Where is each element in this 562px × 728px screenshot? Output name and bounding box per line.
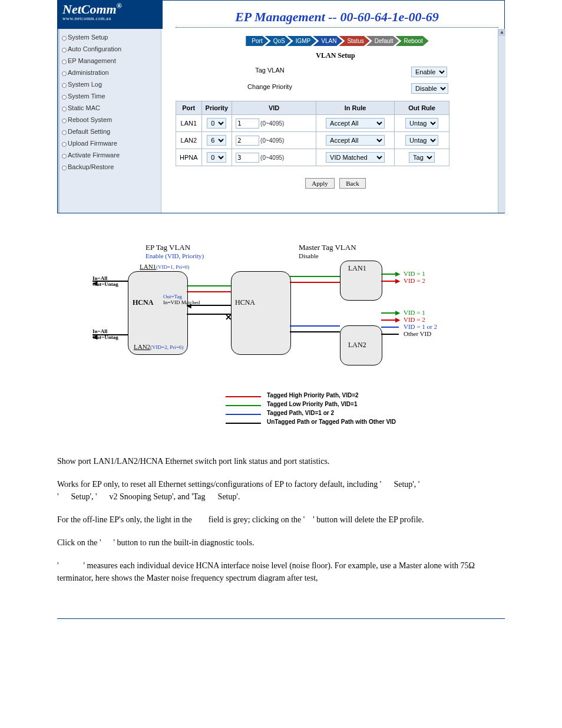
doc-p2: Works for EP only, to reset all Ethernet…	[57, 478, 505, 503]
tab-status[interactable]: Status	[339, 36, 369, 46]
doc-p1: Show port LAN1/LAN2/HCNA Ethernet switch…	[57, 455, 505, 467]
sidebar: System Setup Auto Configuration EP Manag…	[58, 29, 161, 213]
sidebar-item-auto-configuration[interactable]: Auto Configuration	[59, 43, 161, 55]
tab-port[interactable]: Port	[246, 36, 268, 46]
sidebar-item-system-setup[interactable]: System Setup	[59, 31, 161, 43]
brand-name: NetComm	[62, 2, 117, 17]
doc-p5: ' ' measures each individual device HCNA…	[57, 559, 505, 584]
document-body: Show port LAN1/LAN2/HCNA Ethernet switch…	[57, 455, 505, 584]
cell-port: LAN2	[176, 132, 202, 149]
tab-igmp[interactable]: IGMP	[287, 36, 317, 46]
legend-1: Tagged High Priority Path, VID=2	[267, 392, 359, 398]
in-rule-select-hpna[interactable]: VID Matched	[326, 152, 385, 163]
table-row: HPNA 0 (0~4095) VID Matched Tag	[176, 149, 449, 166]
section-title: VLAN Setup	[173, 51, 498, 60]
vid-range: (0~4095)	[260, 120, 284, 127]
tag-vlan-label: Tag VLAN	[211, 67, 329, 74]
ep-lan1-cfg: (VID=1, Pri=0)	[156, 264, 189, 270]
sidebar-item-system-log[interactable]: System Log	[59, 78, 161, 90]
tab-bar: Port QoS IGMP VLAN Status Default Reboot	[173, 36, 498, 46]
change-priority-select[interactable]: Disable	[411, 83, 448, 94]
sidebar-item-administration[interactable]: Administration	[59, 67, 161, 78]
out-rule-select-lan1[interactable]: Untag	[405, 118, 438, 129]
vid-input-lan2[interactable]	[236, 136, 259, 146]
back-button[interactable]: Back	[339, 178, 366, 189]
trademark: ®	[117, 2, 122, 10]
lan2-othervid: Other VID	[404, 330, 431, 337]
tab-default[interactable]: Default	[366, 36, 399, 46]
master-subtitle: Disable	[299, 252, 319, 259]
lan2-vid1or2: VID = 1 or 2	[404, 323, 437, 330]
ep-lan2-label: LAN2	[134, 343, 150, 350]
lan2-vid1: VID = 1	[404, 309, 425, 316]
sidebar-scrollbar[interactable]: ▲	[498, 29, 505, 213]
hcna-out-label: Out=Tag	[163, 294, 182, 299]
vid-input-lan1[interactable]	[236, 118, 259, 129]
doc-p3: For the off-line EP's only, the light in…	[57, 513, 505, 526]
col-out-rule: Out Rule	[395, 101, 449, 115]
sidebar-item-default-setting[interactable]: Default Setting	[59, 126, 161, 137]
sidebar-item-reboot-system[interactable]: Reboot System	[59, 114, 161, 126]
legend-3: Tagged Path, VID=1 or 2	[267, 410, 334, 416]
priority-select-lan1[interactable]: 0	[207, 118, 226, 129]
lan1-vid1: VID = 1	[404, 270, 425, 277]
master-title: Master Tag VLAN	[299, 243, 356, 252]
screenshot-panel: NetComm® www.netcomm.com.au EP Managemen…	[57, 0, 505, 213]
ep-title: EP Tag VLAN	[146, 243, 190, 252]
sidebar-item-backup-restore[interactable]: Backup/Restore	[59, 161, 161, 173]
cell-port: LAN1	[176, 115, 202, 132]
out-rule-select-lan2[interactable]: Untag	[405, 135, 438, 146]
ep-subtitle: Enable (VID, Priority)	[146, 252, 204, 259]
table-row: LAN1 0 (0~4095) Accept All Untag	[176, 115, 449, 132]
scroll-up-icon[interactable]: ▲	[498, 29, 505, 36]
master-hcna-label: HCNA	[235, 298, 255, 307]
tab-vlan[interactable]: VLAN	[313, 36, 342, 46]
lan2-vid2: VID = 2	[404, 316, 425, 323]
tag-vlan-select[interactable]: Enable	[411, 67, 447, 77]
priority-select-hpna[interactable]: 0	[207, 152, 226, 163]
col-priority: Priority	[201, 101, 232, 115]
change-priority-label: Change Priority	[211, 83, 329, 90]
cell-port: HPNA	[176, 149, 202, 166]
sidebar-item-upload-firmware[interactable]: Upload Firmware	[59, 137, 161, 149]
col-port: Port	[176, 101, 202, 115]
ep-hcna-label: HCNA	[131, 298, 154, 307]
brand-url: www.netcomm.com.au	[62, 16, 163, 21]
col-in-rule: In Rule	[316, 101, 395, 115]
sidebar-item-activate-firmware[interactable]: Activate Firmware	[59, 149, 161, 161]
brand-logo: NetComm® www.netcomm.com.au	[58, 1, 163, 29]
priority-select-lan2[interactable]: 6	[207, 135, 226, 146]
sidebar-item-static-mac[interactable]: Static MAC	[59, 102, 161, 114]
legend-4: UnTagged Path or Tagged Path with Other …	[267, 419, 396, 425]
tab-qos[interactable]: QoS	[265, 36, 291, 46]
in-rule-select-lan1[interactable]: Accept All	[326, 118, 385, 129]
col-vid: VID	[232, 101, 316, 115]
master-lan2-label: LAN2	[348, 341, 366, 350]
page-header: EP Management -- 00-60-64-1e-00-69	[176, 9, 498, 28]
sidebar-item-ep-management[interactable]: EP Management	[59, 55, 161, 67]
sidebar-item-system-time[interactable]: System Time	[59, 90, 161, 102]
apply-button[interactable]: Apply	[305, 178, 335, 189]
ep-lan1-label: LAN1	[140, 263, 156, 270]
vid-input-hpna[interactable]	[236, 153, 259, 163]
master-hcna-enclosure	[231, 271, 291, 355]
master-lan1-label: LAN1	[348, 264, 366, 273]
ep-lan2-cfg: (VID=2, Pri=6)	[150, 344, 183, 350]
doc-p4: Click on the ' ' button to run the built…	[57, 536, 505, 549]
diagram-legend: Tagged High Priority Path, VID=2 Tagged …	[222, 390, 399, 427]
table-row: LAN2 6 (0~4095) Accept All Untag	[176, 132, 449, 149]
page-title: EP Management -- 00-60-64-1e-00-69	[176, 9, 498, 25]
ep-enclosure	[128, 271, 188, 355]
vlan-table: Port Priority VID In Rule Out Rule LAN1 …	[176, 101, 449, 166]
tab-reboot[interactable]: Reboot	[395, 36, 428, 46]
in-rule-select-lan2[interactable]: Accept All	[326, 135, 385, 146]
lan1-vid2: VID = 2	[404, 277, 425, 284]
out-rule-select-hpna[interactable]: Tag	[409, 152, 435, 163]
legend-2: Tagged Low Priority Path, VID=1	[267, 401, 357, 407]
vlan-diagram: EP Tag VLAN Enable (VID, Priority) LAN1(…	[92, 243, 470, 437]
